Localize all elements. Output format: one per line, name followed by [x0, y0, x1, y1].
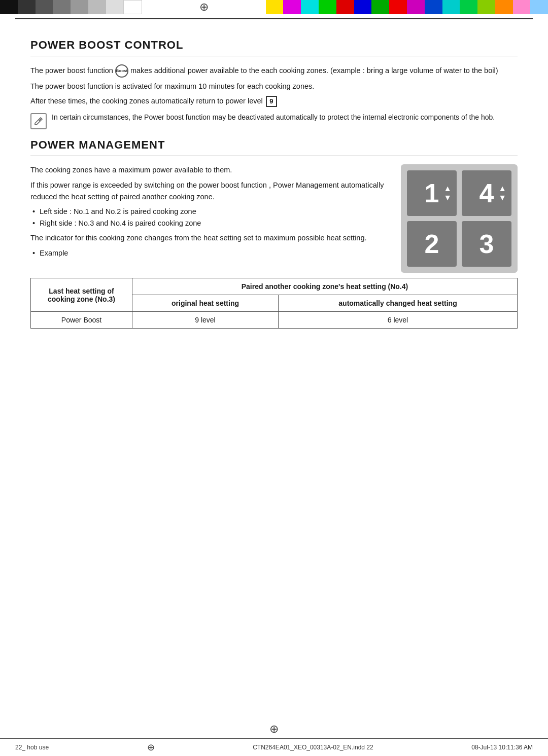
pm-diagram: 1 ▲ ▼ 4 ▲ ▼ 2 — [401, 164, 518, 273]
crosshair-top-center-icon: ⊕ — [199, 1, 209, 14]
zone-4-arrow: ▲ ▼ — [498, 184, 506, 202]
zone-cell-4: 4 ▲ ▼ — [462, 170, 511, 216]
zone-1-arrow: ▲ ▼ — [443, 184, 452, 202]
power-boost-intro2: makes additional power available to the … — [130, 66, 498, 75]
table-col1-header: Last heat setting of cooking zone (No.3) — [31, 278, 132, 312]
power-boost-divider — [30, 56, 518, 56]
zone-number-3: 3 — [480, 231, 494, 257]
pm-example-list: Example — [30, 247, 386, 259]
power-boost-line3-text: After these times, the cooking zones aut… — [30, 97, 265, 105]
table-row: Power Boost 9 level 6 level — [31, 312, 518, 329]
pm-text-column: The cooking zones have a maximum power a… — [30, 164, 386, 273]
footer-date-info: 08-Jul-13 10:11:36 AM — [471, 744, 533, 751]
pm-bullet1: Left side : No.1 and No.2 is paired cook… — [30, 206, 386, 218]
table-col2-header: Paired another cooking zone's heat setti… — [132, 278, 518, 295]
zone-cell-3: 3 — [462, 221, 511, 267]
zone-number-4: 4 — [480, 180, 494, 206]
pm-bullet2: Right side : No.3 and No.4 is paired coo… — [30, 218, 386, 229]
table-cell-col2: 9 level — [132, 312, 279, 329]
power-level-9: 9 — [266, 96, 277, 107]
zone-cell-1: 1 ▲ ▼ — [407, 170, 457, 216]
table-subheader2: automatically changed heat setting — [279, 295, 518, 312]
pm-line2: If this power range is exceeded by switc… — [30, 179, 386, 203]
page-number: 22_ hob use — [15, 744, 49, 751]
power-boost-line3: After these times, the cooking zones aut… — [30, 95, 518, 107]
main-content: POWER BOOST CONTROL The power boost func… — [0, 19, 548, 349]
zone-number-1: 1 — [425, 180, 439, 206]
power-boost-title: POWER BOOST CONTROL — [30, 39, 518, 52]
power-boost-intro: The power boost function Boost makes add… — [30, 64, 518, 78]
pm-bullet-list: Left side : No.1 and No.2 is paired cook… — [30, 206, 386, 229]
note-pencil-icon — [33, 116, 44, 126]
pm-example: Example — [30, 247, 386, 259]
crosshair-footer-icon: ⊕ — [147, 742, 155, 753]
zone-cell-2: 2 — [407, 221, 457, 267]
power-management-layout: The cooking zones have a maximum power a… — [30, 164, 518, 273]
arrow-up-icon: ▲ — [443, 184, 452, 193]
table-cell-col3: 6 level — [279, 312, 518, 329]
zone-diagram: 1 ▲ ▼ 4 ▲ ▼ 2 — [401, 164, 518, 273]
arrow-up-4-icon: ▲ — [498, 184, 506, 193]
power-management-title: POWER MANAGEMENT — [30, 138, 518, 152]
arrow-down-4-icon: ▼ — [498, 193, 506, 202]
crosshair-bottom-icon: ⊕ — [269, 723, 279, 736]
note-text: In certain circumstances, the Power boos… — [52, 112, 495, 123]
note-icon — [30, 113, 47, 129]
power-boost-intro-text: The power boost function — [30, 66, 115, 75]
pm-line1: The cooking zones have a maximum power a… — [30, 164, 386, 176]
table-cell-col1: Power Boost — [31, 312, 132, 329]
power-boost-line2: The power boost function is activated fo… — [30, 81, 518, 92]
crosshair-bottom-center: ⊕ — [0, 723, 548, 736]
svg-line-0 — [39, 120, 40, 121]
footer-file-info: CTN264EA01_XEO_00313A-02_EN.indd 22 — [253, 744, 373, 751]
zone-number-2: 2 — [425, 231, 439, 257]
arrow-down-icon: ▼ — [443, 193, 452, 202]
table-header-row: Last heat setting of cooking zone (No.3)… — [31, 278, 518, 295]
color-bar-top: ⊕ — [0, 0, 548, 14]
pm-line3: The indicator for this cooking zone chan… — [30, 232, 386, 244]
note-box: In certain circumstances, the Power boos… — [30, 112, 518, 129]
table-subheader1: original heat setting — [132, 295, 279, 312]
example-table: Last heat setting of cooking zone (No.3)… — [30, 278, 518, 329]
boost-icon: Boost — [115, 64, 128, 78]
power-management-divider — [30, 156, 518, 156]
page-footer: 22_ hob use ⊕ CTN264EA01_XEO_00313A-02_E… — [0, 738, 548, 756]
